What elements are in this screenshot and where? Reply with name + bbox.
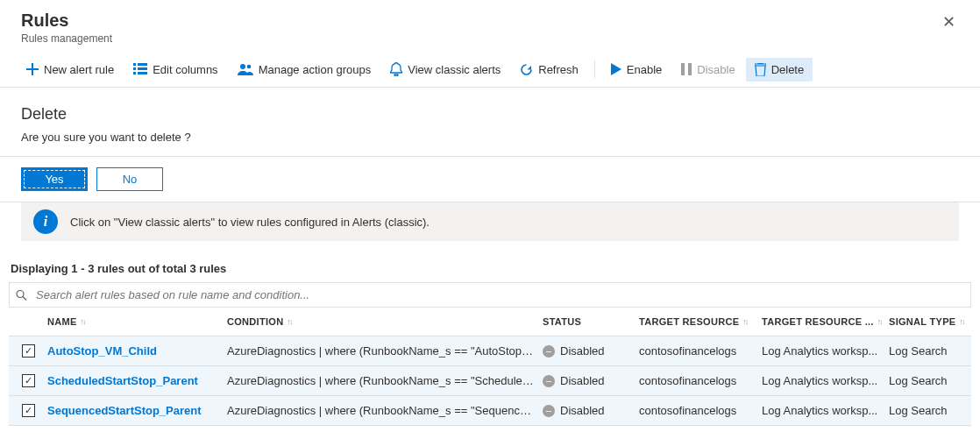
page-header: Rules Rules management ✕ (0, 0, 980, 52)
col-status-header[interactable]: Status (543, 316, 639, 327)
row-signal: Log Search (889, 344, 968, 358)
row-checkbox[interactable] (22, 404, 35, 417)
confirm-buttons: Yes No (0, 157, 980, 202)
toolbar-divider (594, 60, 595, 78)
status-disabled-icon: – (543, 345, 555, 358)
delete-confirm-panel: Delete Are you sure you want to delete ? (0, 88, 980, 157)
edit-columns-button[interactable]: Edit columns (124, 58, 226, 81)
row-signal: Log Search (889, 374, 968, 387)
row-checkbox[interactable] (22, 344, 35, 358)
header-left: Rules Rules management (21, 11, 112, 45)
search-icon (16, 289, 27, 301)
svg-rect-8 (681, 63, 685, 75)
row-target: contosofinancelogs (639, 374, 762, 387)
bell-icon (390, 62, 402, 76)
row-checkbox[interactable] (22, 374, 35, 387)
col-type-header[interactable]: Target Resource ...↑↓ (762, 316, 889, 327)
toolbar-label: New alert rule (44, 63, 114, 76)
rules-content: Displaying 1 - 3 rules out of total 3 ru… (0, 251, 980, 436)
row-target: contosofinancelogs (639, 344, 762, 358)
svg-rect-3 (138, 67, 147, 70)
refresh-button[interactable]: Refresh (511, 58, 587, 81)
sort-icon: ↑↓ (81, 317, 85, 326)
confirm-question: Are you sure you want to delete ? (21, 131, 959, 144)
row-type: Log Analytics worksp... (762, 344, 889, 358)
sort-icon: ↑↓ (742, 317, 747, 326)
plus-icon (26, 63, 39, 75)
row-status: –Disabled (543, 404, 639, 417)
play-icon (611, 63, 621, 75)
search-input[interactable] (9, 282, 971, 308)
row-name[interactable]: AutoStop_VM_Child (47, 344, 227, 358)
svg-rect-2 (133, 67, 136, 70)
col-target-header[interactable]: Target Resource↑↓ (639, 316, 762, 327)
row-status: –Disabled (543, 374, 639, 387)
svg-point-6 (240, 64, 245, 69)
svg-point-7 (246, 65, 251, 69)
svg-rect-9 (688, 63, 692, 75)
toolbar-label: Manage action groups (259, 63, 372, 76)
people-icon (238, 63, 253, 75)
row-checkbox-cell (9, 404, 47, 417)
confirm-title: Delete (21, 105, 959, 124)
yes-button[interactable]: Yes (21, 167, 88, 191)
search-box (9, 282, 971, 308)
row-status-text: Disabled (560, 344, 605, 358)
new-alert-rule-button[interactable]: New alert rule (18, 58, 123, 81)
toolbar-label: Delete (771, 63, 805, 76)
row-status: –Disabled (543, 344, 639, 358)
row-name[interactable]: SequencedStartStop_Parent (47, 404, 227, 417)
table-row[interactable]: SequencedStartStop_ParentAzureDiagnostic… (9, 396, 971, 426)
columns-icon (133, 63, 147, 75)
page-subtitle: Rules management (21, 32, 112, 45)
toolbar-label: Refresh (538, 63, 579, 76)
grid-body: AutoStop_VM_ChildAzureDiagnostics | wher… (9, 336, 971, 426)
manage-action-groups-button[interactable]: Manage action groups (229, 58, 380, 81)
trash-icon (755, 63, 766, 76)
row-target: contosofinancelogs (639, 404, 762, 417)
row-type: Log Analytics worksp... (762, 374, 889, 387)
status-disabled-icon: – (543, 405, 555, 417)
close-button[interactable]: ✕ (939, 11, 959, 33)
no-button[interactable]: No (96, 167, 163, 191)
sort-icon: ↑↓ (959, 317, 963, 326)
row-condition: AzureDiagnostics | where (RunbookName_s … (227, 374, 543, 387)
row-signal: Log Search (889, 404, 968, 417)
table-row[interactable]: ScheduledStartStop_ParentAzureDiagnostic… (9, 366, 971, 396)
row-checkbox-cell (9, 344, 47, 358)
row-status-text: Disabled (560, 374, 605, 387)
toolbar-label: Disable (697, 63, 735, 76)
toolbar: New alert rule Edit columns Manage actio… (0, 52, 980, 88)
enable-button[interactable]: Enable (602, 58, 671, 81)
info-banner: i Click on "View classic alerts" to view… (21, 202, 959, 241)
col-name-header[interactable]: Name↑↓ (47, 316, 227, 327)
row-condition: AzureDiagnostics | where (RunbookName_s … (227, 404, 543, 417)
svg-rect-5 (138, 72, 147, 74)
sort-icon: ↑↓ (287, 317, 291, 326)
status-disabled-icon: – (543, 375, 555, 387)
delete-button[interactable]: Delete (746, 58, 813, 81)
row-name[interactable]: ScheduledStartStop_Parent (47, 374, 227, 387)
page-title: Rules (21, 11, 112, 31)
toolbar-label: Enable (627, 63, 662, 76)
result-count: Displaying 1 - 3 rules out of total 3 ru… (9, 251, 971, 282)
info-icon: i (33, 209, 58, 234)
svg-rect-4 (133, 72, 136, 74)
col-signal-header[interactable]: Signal Type↑↓ (889, 316, 968, 327)
svg-rect-1 (138, 63, 147, 66)
disable-button: Disable (672, 58, 743, 81)
toolbar-label: Edit columns (153, 63, 217, 76)
grid-header: Name↑↓ Condition↑↓ Status Target Resourc… (9, 308, 971, 336)
sort-icon: ↑↓ (877, 317, 882, 326)
refresh-icon (520, 63, 533, 76)
pause-icon (681, 63, 692, 75)
svg-line-11 (23, 296, 26, 300)
info-message: Click on "View classic alerts" to view r… (70, 216, 430, 229)
svg-rect-0 (133, 63, 136, 66)
view-classic-alerts-button[interactable]: View classic alerts (381, 57, 509, 81)
table-row[interactable]: AutoStop_VM_ChildAzureDiagnostics | wher… (9, 336, 971, 366)
row-checkbox-cell (9, 374, 47, 387)
svg-point-10 (17, 290, 24, 297)
toolbar-label: View classic alerts (408, 63, 501, 76)
col-condition-header[interactable]: Condition↑↓ (227, 316, 543, 327)
